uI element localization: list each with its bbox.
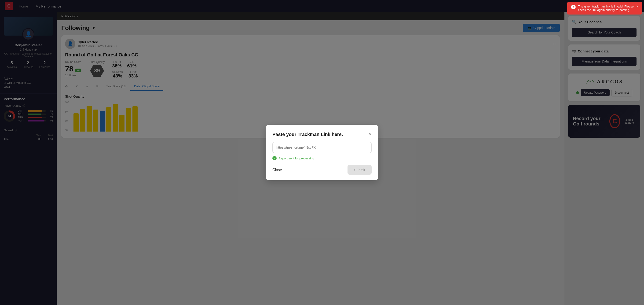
modal-title: Paste your Trackman Link here. bbox=[272, 132, 343, 137]
modal-footer: Close Submit bbox=[272, 165, 372, 174]
modal-success-message: ✓ Report sent for processing bbox=[272, 156, 372, 160]
check-icon: ✓ bbox=[272, 156, 276, 160]
toast-close-button[interactable]: × bbox=[636, 5, 638, 8]
trackman-link-input[interactable] bbox=[272, 142, 372, 153]
modal-overlay: Paste your Trackman Link here. × ✓ Repor… bbox=[0, 0, 644, 305]
error-toast: ! The given trackman link is invalid. Pl… bbox=[567, 2, 642, 14]
modal-submit-button[interactable]: Submit bbox=[348, 165, 372, 174]
modal-close-button[interactable]: Close bbox=[272, 168, 282, 172]
trackman-modal: Paste your Trackman Link here. × ✓ Repor… bbox=[266, 125, 378, 180]
warning-icon: ! bbox=[571, 5, 576, 9]
modal-close-x-button[interactable]: × bbox=[368, 131, 372, 138]
error-message: The given trackman link is invalid. Plea… bbox=[578, 5, 634, 12]
success-text: Report sent for processing bbox=[278, 156, 314, 160]
modal-header: Paste your Trackman Link here. × bbox=[272, 131, 372, 138]
